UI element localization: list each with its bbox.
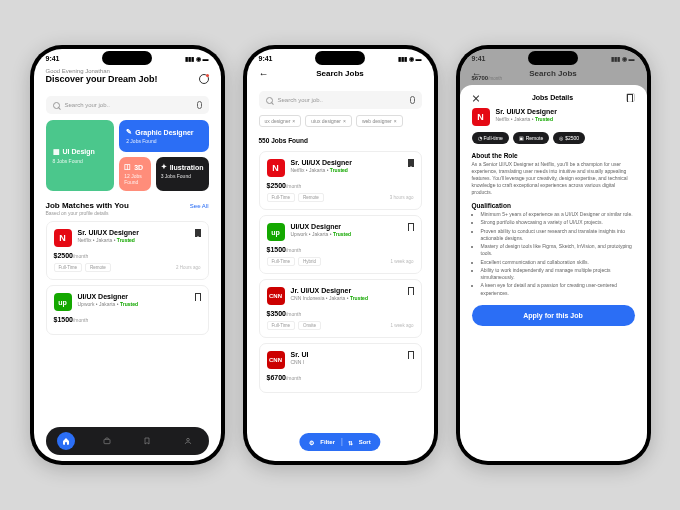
chip-remove-icon[interactable]: × (394, 118, 397, 124)
job-card[interactable]: up UI/UX Designer Upwork • Jakarta • Tru… (46, 285, 209, 335)
sheet-title: Jobs Details (532, 94, 573, 101)
notification-bell-icon[interactable] (199, 74, 209, 84)
job-meta: Netflix • Jakarta • Trusted (496, 116, 635, 122)
job-tag: Full-Time (267, 321, 296, 330)
company-logo: up (267, 223, 285, 241)
status-time: 9:41 (259, 55, 273, 62)
grid-icon: ▦ (53, 148, 60, 156)
filter-chip[interactable]: web designer× (356, 115, 403, 127)
phone-detail: 9:41 ▮▮▮◉▬ ← Search Jobs $6700/month Job… (456, 45, 651, 465)
job-meta: Netflix • Jakarta • Trusted (291, 167, 402, 173)
job-salary: $2500/month (54, 252, 201, 259)
job-time: 2 Hours ago (176, 265, 201, 270)
bookmark-button[interactable] (626, 93, 635, 102)
job-card[interactable]: CNN Sr. UI CNN I $6700/month (259, 343, 422, 393)
nav-saved[interactable] (138, 432, 156, 450)
phone-home: 9:41 ▮▮▮ ◉ ▬ Good Evening Jonathan Disco… (30, 45, 225, 465)
job-salary: $1500/month (54, 316, 201, 323)
money-icon: ◎ (559, 135, 563, 141)
signal-icon: ▮▮▮ (185, 55, 194, 62)
see-all-link[interactable]: See All (190, 203, 209, 209)
qualification-item: Strong portfolio showcasing a variety of… (481, 219, 635, 226)
job-meta: Netflix • Jakarta • Trusted (78, 237, 189, 243)
close-button[interactable] (472, 94, 480, 102)
filter-sort-button[interactable]: ⚙ Filter ⇅ Sort (299, 433, 380, 451)
job-time: 1 week ago (390, 259, 413, 264)
job-tag: Onsite (298, 321, 321, 330)
results-count: 550 Jobs Found (247, 127, 434, 146)
job-title: Sr. UI/UX Designer (78, 229, 189, 236)
svg-rect-0 (104, 439, 110, 443)
job-card[interactable]: CNN Jr. UI/UX Designer CNN Indonesia • J… (259, 279, 422, 338)
company-logo: CNN (267, 287, 285, 305)
company-logo: N (54, 229, 72, 247)
wifi-icon: ◉ (196, 55, 201, 62)
about-paragraph: As a Senior UI/UX Designer at Netflix, y… (472, 161, 635, 196)
search-icon (266, 97, 273, 104)
category-3d[interactable]: ◫3D 12 Jobs Found (119, 157, 150, 191)
bookmark-icon[interactable] (408, 159, 414, 167)
category-graphic-designer[interactable]: ✎Graphic Designer 2 Jobs Found (119, 120, 208, 152)
company-logo: up (54, 293, 72, 311)
company-logo: CNN (267, 351, 285, 369)
search-input[interactable]: Search your job.. (46, 96, 209, 114)
bookmark-icon[interactable] (408, 351, 414, 359)
apply-button[interactable]: Apply for this Job (472, 305, 635, 326)
job-card[interactable]: N Sr. UI/UX Designer Netflix • Jakarta •… (259, 151, 422, 210)
job-salary: $1500/month (267, 246, 414, 253)
job-tag: Full-Time (54, 263, 83, 272)
dynamic-island (315, 51, 365, 65)
filter-chip[interactable]: ux designer× (259, 115, 302, 127)
status-indicators: ▮▮▮ ◉ ▬ (185, 55, 209, 62)
filter-chip[interactable]: uiux designer× (305, 115, 352, 127)
bookmark-icon[interactable] (408, 287, 414, 295)
bottom-nav (46, 427, 209, 455)
status-time: 9:41 (46, 55, 60, 62)
job-detail-sheet: Jobs Details N Sr. UI/UX Designer Netfli… (460, 85, 647, 461)
filter-icon: ⚙ (309, 439, 314, 446)
nav-jobs[interactable] (98, 432, 116, 450)
mic-icon[interactable] (410, 96, 415, 104)
job-title: UI/UX Designer (291, 223, 402, 230)
bookmark-icon (627, 94, 633, 102)
job-title: Sr. UI (291, 351, 402, 358)
job-salary: $6700/month (267, 374, 414, 381)
search-placeholder: Search your job.. (65, 102, 110, 108)
dynamic-island (528, 51, 578, 65)
pen-icon: ✎ (126, 128, 132, 136)
filter-label: Filter (320, 439, 335, 445)
bookmark-icon[interactable] (195, 293, 201, 301)
job-tag: Full-Time (267, 257, 296, 266)
chip-remove-icon[interactable]: × (343, 118, 346, 124)
job-title: Jr. UI/UX Designer (291, 287, 402, 294)
pill-type: ◔Full-time (472, 132, 509, 144)
qualification-heading: Qualification (472, 202, 635, 209)
battery-icon: ▬ (203, 56, 209, 62)
about-heading: About the Role (472, 152, 635, 159)
nav-home[interactable] (57, 432, 75, 450)
job-card[interactable]: N Sr. UI/UX Designer Netflix • Jakarta •… (46, 221, 209, 280)
category-ui-design[interactable]: ▦UI Design 8 Jobs Found (46, 120, 115, 191)
bookmark-icon[interactable] (408, 223, 414, 231)
search-icon (53, 102, 60, 109)
qualification-item: Ability to work independently and manage… (481, 267, 635, 282)
job-time: 1 week ago (390, 323, 413, 328)
job-title: Sr. UI/UX Designer (496, 108, 635, 115)
job-tag: Remote (85, 263, 111, 272)
svg-point-1 (187, 438, 190, 441)
qualification-list: Minimum 5+ years of experience as a UI/U… (472, 211, 635, 297)
back-button[interactable]: ← (259, 68, 269, 79)
category-illustration[interactable]: ✦Ilustration 3 Jobs Found (156, 157, 209, 191)
job-card[interactable]: up UI/UX Designer Upwork • Jakarta • Tru… (259, 215, 422, 274)
qualification-item: A keen eye for detail and a passion for … (481, 282, 635, 297)
job-meta: Upwork • Jakarta • Trusted (78, 301, 189, 307)
remote-icon: ▣ (519, 135, 524, 141)
nav-profile[interactable] (179, 432, 197, 450)
mic-icon[interactable] (197, 101, 202, 109)
search-input[interactable]: Search your job.. (259, 91, 422, 109)
chip-remove-icon[interactable]: × (292, 118, 295, 124)
qualification-item: Excellent communication and collaboratio… (481, 259, 635, 266)
qualification-item: Minimum 5+ years of experience as a UI/U… (481, 211, 635, 218)
bookmark-icon[interactable] (195, 229, 201, 237)
job-salary: $3500/month (267, 310, 414, 317)
